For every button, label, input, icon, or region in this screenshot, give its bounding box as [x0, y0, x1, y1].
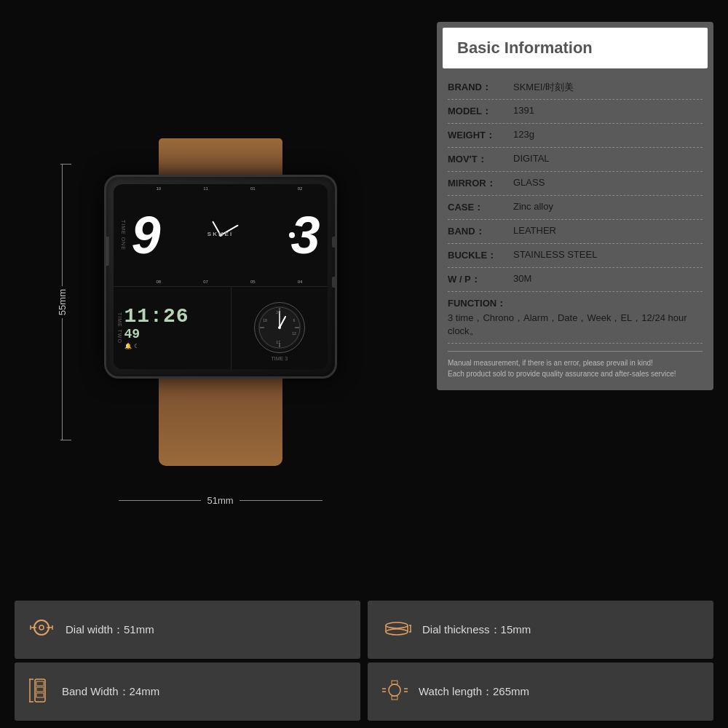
function-value: 3 time，Chrono，Alarm，Date，Week，EL，12/24 h…	[448, 312, 703, 338]
sub-num-4: 04	[298, 280, 303, 284]
info-header-text: Basic Information	[457, 39, 593, 57]
digit-3: 3	[290, 209, 320, 261]
band-label: BAND：	[448, 225, 513, 238]
bottom-section: Dial width：51mm Dial thickness：15mm	[0, 597, 728, 728]
tick-num-3: 01	[250, 186, 256, 191]
dial-thickness-text: Dial thickness：15mm	[422, 623, 531, 637]
watch-length-text: Watch length：265mm	[419, 685, 529, 699]
tick-num-1: 10	[157, 186, 162, 191]
band-row: BAND： LEATHER	[448, 220, 703, 244]
top-section: 55mm	[0, 0, 728, 597]
movt-label: MOV'T：	[448, 153, 513, 166]
info-header: Basic Information	[443, 28, 708, 68]
case-label: CASE：	[448, 201, 513, 214]
mirror-label: MIRROR：	[448, 177, 513, 190]
dial-thickness-icon	[382, 620, 411, 641]
model-label: MODEL：	[448, 105, 513, 118]
digital-icons: 🔔 ☾	[124, 343, 139, 349]
buckle-label: BUCKLE：	[448, 249, 513, 262]
dial-width-text: Dial width：51mm	[66, 623, 154, 637]
watch-case: TIME ONE 10 11 01 02 9	[104, 175, 337, 379]
tick-num-2: 11	[203, 186, 208, 191]
model-value: 1391	[513, 105, 534, 116]
strap-bottom	[159, 379, 282, 466]
case-row: CASE： Zinc alloy	[448, 196, 703, 220]
movt-row: MOV'T： DIGITAL	[448, 148, 703, 172]
time-one-section: TIME ONE 10 11 01 02 9	[114, 184, 328, 286]
moon-icon: ☾	[134, 343, 139, 349]
svg-point-35	[389, 684, 400, 696]
svg-rect-31	[36, 693, 44, 697]
bell-icon: 🔔	[124, 343, 132, 349]
crown-left	[104, 237, 109, 266]
weight-value: 123g	[513, 129, 534, 140]
function-row: FUNCTION： 3 time，Chrono，Alarm，Date，Week，…	[448, 292, 703, 344]
mirror-value: GLASS	[513, 177, 545, 188]
svg-point-7	[278, 326, 281, 329]
case-value: Zinc alloy	[513, 201, 553, 212]
band-value: LEATHER	[513, 225, 556, 236]
function-label: FUNCTION：	[448, 297, 703, 310]
svg-point-24	[386, 629, 408, 635]
brand-row: BRAND： SKMEI/时刻美	[448, 76, 703, 100]
info-body: BRAND： SKMEI/时刻美 MODEL： 1391 WEIGHT： 123…	[437, 68, 713, 390]
buckle-row: BUCKLE： STAINLESS STEEL	[448, 244, 703, 268]
digital-seconds: 49	[124, 327, 141, 341]
watch-length-card: Watch length：265mm	[368, 662, 713, 721]
band-width-card: Band Width：24mm	[15, 662, 360, 721]
time-two-label: TIME TWO	[117, 312, 122, 344]
dial-width-card: Dial width：51mm	[15, 601, 360, 659]
buckle-value: STAINLESS STEEL	[513, 249, 597, 260]
svg-line-5	[280, 317, 285, 328]
crown-right-bottom	[332, 277, 337, 288]
small-clock-svg: 24 6 12 18 17	[258, 306, 301, 349]
weight-row: WEIGHT： 123g	[448, 124, 703, 148]
svg-text:12: 12	[292, 331, 296, 336]
band-width-icon	[29, 678, 51, 706]
info-panel: Basic Information BRAND： SKMEI/时刻美 MODEL…	[437, 22, 713, 390]
svg-text:24: 24	[276, 310, 280, 314]
digital-time: 11:26	[124, 306, 189, 327]
digit-9: 9	[132, 209, 161, 261]
wp-label: W / P：	[448, 273, 513, 286]
svg-text:18: 18	[263, 318, 267, 323]
info-disclaimer: Manual measurement, if there is an error…	[448, 351, 703, 379]
svg-point-14	[39, 625, 44, 630]
height-dimension: 55mm	[57, 289, 68, 315]
svg-rect-30	[36, 687, 44, 692]
svg-point-21	[386, 622, 408, 628]
watch-container: 55mm	[53, 98, 388, 506]
svg-text:6: 6	[293, 318, 295, 323]
wp-row: W / P： 30M	[448, 268, 703, 292]
main-container: 55mm	[0, 0, 728, 728]
disclaimer-line1: Manual measurement, if there is an error…	[448, 357, 703, 368]
band-width-text: Band Width：24mm	[62, 685, 159, 699]
time-three-label: TIME 3	[272, 356, 288, 361]
watch-length-icon	[382, 679, 408, 704]
brand-label: BRAND：	[448, 81, 513, 94]
small-clock: 24 6 12 18 17	[254, 302, 305, 353]
brand-value: SKMEI/时刻美	[513, 81, 574, 94]
tick-num-4: 02	[298, 186, 303, 191]
sub-num-1: 08	[157, 280, 162, 284]
stats-row-1: Dial width：51mm Dial thickness：15mm	[15, 601, 713, 659]
time-three-section: 24 6 12 18 17	[231, 286, 327, 369]
time-two-section: TIME TWO 11:26 49 🔔 ☾	[114, 286, 232, 369]
watch-outer: TIME ONE 10 11 01 02 9	[104, 138, 337, 466]
svg-text:17: 17	[276, 340, 280, 344]
movt-value: DIGITAL	[513, 153, 550, 164]
sub-num-3: 05	[250, 280, 256, 284]
mirror-row: MIRROR： GLASS	[448, 172, 703, 196]
small-clock-face: 24 6 12 18 17	[258, 306, 301, 349]
dial-width-icon	[29, 617, 55, 644]
width-dimension: 51mm	[207, 495, 233, 506]
wp-value: 30M	[513, 273, 531, 284]
model-row: MODEL： 1391	[448, 100, 703, 124]
digital-display: 11:26 49 🔔 ☾	[124, 306, 189, 349]
dial-thickness-card: Dial thickness：15mm	[368, 601, 713, 659]
disclaimer-line2: Each product sold to provide quality ass…	[448, 368, 703, 379]
skmei-logo: SKMEI	[207, 231, 233, 237]
weight-label: WEIGHT：	[448, 129, 513, 142]
time-one-label: TIME ONE	[121, 220, 126, 250]
stats-row-2: Band Width：24mm Watch length：265mm	[15, 662, 713, 721]
